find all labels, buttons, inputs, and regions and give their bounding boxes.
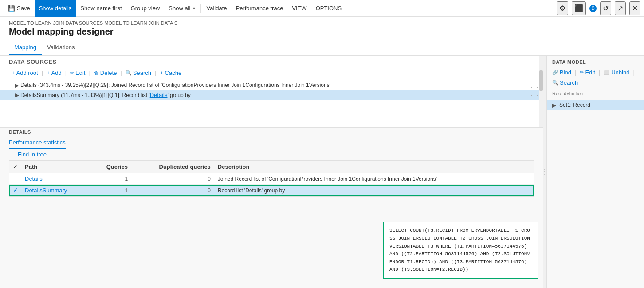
edit-icon: ✏ [70,70,74,76]
main-tabs: Mapping Validations [0,40,644,55]
row-check-summary: ✓ [9,185,21,196]
perf-stats-tab[interactable]: Performance statistics [9,136,66,149]
perf-stats-tab-row: Performance statistics [0,135,543,149]
root-definition-label: Root definition [547,89,644,98]
show-all-button[interactable]: Show all ▾ [164,0,200,17]
search-dm-button[interactable]: 🔍 Search [550,78,580,87]
data-model-tree: ▶ Set1: Record [547,98,644,288]
scrollbar-thumb[interactable] [539,70,543,91]
expand-details-icon[interactable]: ▶ [13,82,20,89]
scrollbar-track[interactable] [539,56,543,127]
data-sources-header: DATA SOURCES [0,56,543,67]
details-section: DETAILS Performance statistics Find in t… [0,127,543,288]
save-icon: 💾 [8,5,15,12]
row-desc-details: Joined Record list of 'ConfigurationProv… [214,173,534,185]
table-header-row: ✓ Path Queries Duplicated queries Descri… [9,161,534,173]
office-icon-button[interactable]: ⬛ [572,1,586,15]
table-row[interactable]: ✓ DetailsSummary 1 0 Record list 'Detail… [9,185,534,196]
row-path-summary[interactable]: DetailsSummary [21,185,91,196]
validate-button[interactable]: Validate [202,0,231,17]
right-tree-item-set1-label: Set1: Record [559,102,590,108]
settings-icon-button[interactable]: ⚙ [557,1,568,15]
sql-preview-box: SELECT COUNT(T3.RECID) FROM ERVENDORTABL… [383,222,538,279]
vertical-divider[interactable]: ⋮ [543,56,546,288]
tree-item-details-label: Details (343.4ms - 39.25%)[29][Q:29]: Jo… [20,82,538,88]
details-section-header: DETAILS [9,129,31,135]
tab-mapping[interactable]: Mapping [9,40,42,55]
data-model-header: DATA MODEL [547,56,644,66]
row-queries-details: 1 [91,173,131,185]
expand-set1-icon[interactable]: ▶ [550,101,558,109]
row-dup-details: 0 [131,173,214,185]
tree-item-details[interactable]: ▶ Details (343.4ms - 39.25%)[29][Q:29]: … [0,80,543,90]
toolbar-right: ⚙ ⬛ 0 ↺ ↗ ✕ [557,1,640,15]
performance-trace-button[interactable]: Performance trace [231,0,287,17]
checkmark-icon: ✓ [13,187,18,194]
edit-dm-button[interactable]: ✏ Edit [578,68,597,77]
tab-validations[interactable]: Validations [42,40,80,55]
save-button[interactable]: 💾 Save [4,0,35,17]
row-queries-summary: 1 [91,185,131,196]
header-area: MODEL TO LEARN JOIN DATA SOURCES MODEL T… [0,17,644,56]
notification-badge[interactable]: 0 [589,5,597,12]
col-description: Description [214,161,534,173]
left-content: DATA SOURCES + Add root | + Add | ✏ Edit… [0,56,543,288]
delete-button[interactable]: 🗑 Delete [91,69,120,77]
tree-item-details-summary-label: DetailsSummary (11.7ms - 1.33%)[1][Q:1]:… [20,92,538,98]
refresh-icon-button[interactable]: ↺ [600,1,611,15]
toolbar-separator [200,4,201,13]
breadcrumb: MODEL TO LEARN JOIN DATA SOURCES MODEL T… [0,17,644,27]
edit-button[interactable]: ✏ Edit [67,69,88,77]
group-view-button[interactable]: Group view [126,0,165,17]
find-in-tree-row: Find in tree [0,149,543,159]
right-panel: DATA MODEL 🔗 Bind | ✏ Edit | ⬜ Unbind | … [546,56,644,288]
view-button[interactable]: VIEW [287,0,311,17]
show-name-first-button[interactable]: Show name first [76,0,126,17]
data-sources-section: DATA SOURCES + Add root | + Add | ✏ Edit… [0,56,543,127]
expand-details-summary-icon[interactable]: ▶ [13,91,20,98]
show-details-button[interactable]: Show details [35,0,76,17]
toolbar: 💾 Save Show details Show name first Grou… [0,0,644,17]
bind-button[interactable]: 🔗 Bind [550,68,573,77]
add-button[interactable]: + Add [44,69,64,77]
col-path: Path [21,161,91,173]
page-title: Model mapping designer [0,27,644,40]
col-queries: Queries [91,161,131,173]
data-sources-tree: ▶ Details (343.4ms - 39.25%)[29][Q:29]: … [0,79,543,101]
unbind-icon: ⬜ [604,70,610,75]
data-sources-toolbar: + Add root | + Add | ✏ Edit | 🗑 Delete | [0,67,543,79]
edit-dm-icon: ✏ [580,70,584,75]
row-dup-summary: 0 [131,185,214,196]
row-check-details [9,173,21,185]
close-icon-button[interactable]: ✕ [629,1,640,15]
perf-stats-table: ✓ Path Queries Duplicated queries Descri… [9,161,534,196]
search-dm-icon: 🔍 [552,80,558,86]
cache-button[interactable]: + Cache [157,69,184,77]
search-ds-button[interactable]: 🔍 Search [123,69,154,77]
performance-table: ✓ Path Queries Duplicated queries Descri… [9,160,534,197]
table-row[interactable]: Details 1 0 Joined Record list of 'Confi… [9,173,534,185]
show-all-dropdown-icon: ▾ [193,6,195,11]
row-desc-summary: Record list 'Details' group by [214,185,534,196]
right-tree-item-set1[interactable]: ▶ Set1: Record [547,100,644,110]
content-area: DATA SOURCES + Add root | + Add | ✏ Edit… [0,56,644,288]
tree-item-details-summary[interactable]: ▶ DetailsSummary (11.7ms - 1.33%)[1][Q:1… [0,90,543,100]
options-button[interactable]: OPTIONS [311,0,346,17]
find-in-tree-link[interactable]: Find in tree [9,150,55,160]
unbind-button[interactable]: ⬜ Unbind [602,68,631,77]
divider-handle[interactable]: ⋮⋮ [530,83,539,99]
add-root-button[interactable]: + Add root [9,69,41,77]
sql-content: SELECT COUNT(T3.RECID) FROM ERVENDORTABL… [389,227,532,274]
delete-icon: 🗑 [94,70,99,76]
col-check: ✓ [9,161,21,173]
search-ds-icon: 🔍 [126,70,132,76]
details-header-row: DETAILS [0,128,543,135]
row-path-details[interactable]: Details [21,173,91,185]
bind-icon: 🔗 [552,70,558,75]
col-duplicated: Duplicated queries [131,161,214,173]
data-model-toolbar: 🔗 Bind | ✏ Edit | ⬜ Unbind | 🔍 Search [547,66,644,89]
export-icon-button[interactable]: ↗ [615,1,626,15]
